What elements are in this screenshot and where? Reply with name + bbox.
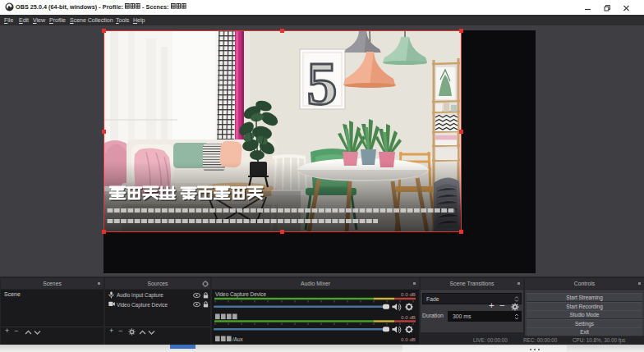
svg-text:Video Capture Device: Video Capture Device xyxy=(215,291,266,298)
svg-text:0.0 dB: 0.0 dB xyxy=(401,291,416,297)
svg-text:0.0 dB: 0.0 dB xyxy=(401,336,416,342)
svg-text:/Aux: /Aux xyxy=(232,336,244,342)
svg-text:0.0 dB: 0.0 dB xyxy=(401,314,416,320)
svg-text:5: 5 xyxy=(307,50,338,117)
